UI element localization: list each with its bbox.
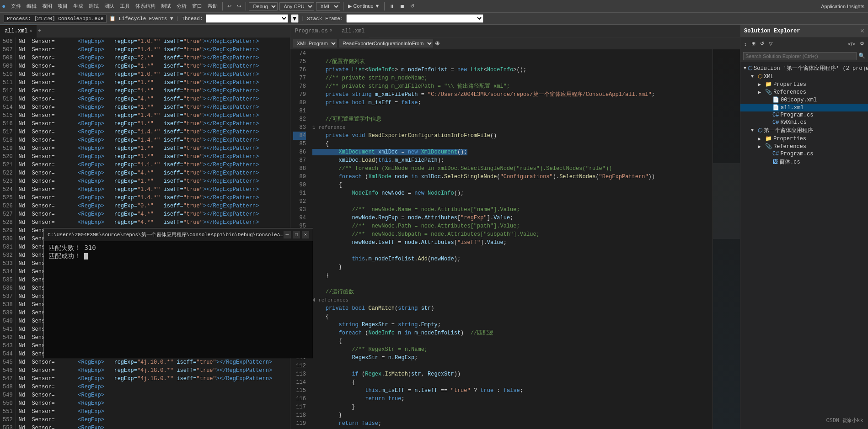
minimap-content xyxy=(713,49,740,429)
form-label: 窗体.cs xyxy=(779,158,800,166)
sol-code-btn[interactable]: </> xyxy=(846,40,857,48)
sol-filter-btn[interactable]: ▽ xyxy=(767,40,774,48)
expand-icon-solution: ▼ xyxy=(744,66,746,71)
wf-props-icon: 📁 xyxy=(765,135,772,142)
tab-program-cs[interactable]: Program.cs × xyxy=(290,25,337,37)
sol-sync-btn[interactable]: ↕ xyxy=(742,40,749,48)
method-selector[interactable]: ReadExporterConfigurationInfoFrom xyxy=(339,39,433,48)
solution-explorer-header: Solution Explorer × xyxy=(740,25,868,37)
tree-winforms-references[interactable]: ▶ 📎 References xyxy=(740,143,868,150)
right-tab-bar: Program.cs × all.xml xyxy=(290,25,740,37)
001copy-icon: 📄 xyxy=(772,96,779,103)
tree-winforms-form[interactable]: 🖼 窗体.cs xyxy=(740,158,868,166)
console-output: 匹配失败！ 310 匹配成功！ xyxy=(44,241,313,358)
xml-props-label: Properties xyxy=(773,81,806,88)
tab-allxml-label: all.xml xyxy=(5,28,27,34)
xml-refs-icon: 📎 xyxy=(765,89,772,95)
tree-project-xml[interactable]: ▼ ⬡ XML xyxy=(740,73,868,80)
sol-settings-btn[interactable]: ⚙ xyxy=(858,40,866,48)
minimap xyxy=(713,49,740,429)
lifecycle-label: 📋 Lifecycle Events ▼ xyxy=(109,16,173,21)
sol-refresh-btn[interactable]: ↺ xyxy=(758,40,766,48)
main-area: all.xml × + 506507508509510 511512513514… xyxy=(0,25,868,429)
tree-winforms-properties[interactable]: ▶ 📁 Properties xyxy=(740,135,868,143)
console-cursor xyxy=(84,253,88,260)
tree-solution-root[interactable]: ▼ ⬡ Solution '第一个窗体应用程序' (2 projects) xyxy=(740,64,868,73)
code-content[interactable]: //配置存储列表 private List<NodeInfo> m_nodeIn… xyxy=(309,49,713,429)
tab-allxml-close[interactable]: × xyxy=(29,29,32,34)
tree-xml-properties[interactable]: ▶ 📁 Properties xyxy=(740,80,868,88)
menu-help[interactable]: 帮助 xyxy=(206,2,220,11)
stack-frame-selector[interactable] xyxy=(346,14,483,23)
debug-toolbar: Process: [21720] ConsoleApp1.exe 📋 Lifec… xyxy=(0,13,868,25)
toolbar-stop[interactable]: ⏹ xyxy=(398,3,407,10)
menu-tools[interactable]: 工具 xyxy=(118,2,132,11)
process-info: Process: [21720] ConsoleApp1.exe xyxy=(4,15,107,23)
menu-analyze[interactable]: 分析 xyxy=(175,2,188,11)
console-maximize-button[interactable]: □ xyxy=(293,231,300,238)
menu-build[interactable]: 生成 xyxy=(71,2,85,11)
menu-test[interactable]: 测试 xyxy=(159,2,173,11)
left-editor-panel: all.xml × + 506507508509510 511512513514… xyxy=(0,25,290,429)
tab-all-xml-right[interactable]: all.xml xyxy=(337,25,369,37)
tree-xml-001copy[interactable]: 📄 001copy.xml xyxy=(740,96,868,104)
menu-window[interactable]: 窗口 xyxy=(190,2,204,11)
menu-team[interactable]: 团队 xyxy=(102,2,116,11)
solution-root-label: Solution '第一个窗体应用程序' (2 projects) xyxy=(754,64,868,72)
tab-programcs-close[interactable]: × xyxy=(330,28,332,33)
rwxml-label: RWXml.cs xyxy=(780,119,807,126)
toolbar-redo[interactable]: ↪ xyxy=(235,2,243,10)
solution-toolbar: ↕ ⊞ ↺ ▽ </> ⚙ xyxy=(740,37,868,50)
xml-programcs-icon: C# xyxy=(772,112,779,118)
toolbar-sep1 xyxy=(222,2,223,11)
form-icon: 🖼 xyxy=(772,159,778,165)
sol-props-btn[interactable]: ⊞ xyxy=(750,40,757,48)
menu-edit[interactable]: 编辑 xyxy=(25,2,38,11)
main-toolbar: ● 文件 编辑 视图 项目 生成 调试 团队 工具 体系结构 测试 分析 窗口 … xyxy=(0,0,868,13)
menu-debug[interactable]: 调试 xyxy=(87,2,101,11)
console-minimize-button[interactable]: ─ xyxy=(284,231,291,238)
thread-selector[interactable] xyxy=(206,14,288,23)
xml-refs-label: References xyxy=(773,89,806,95)
tab-all-xml[interactable]: all.xml × xyxy=(0,25,37,37)
console-close-button[interactable]: × xyxy=(302,231,309,238)
menu-architecture[interactable]: 体系结构 xyxy=(134,2,157,11)
tree-xml-allxml[interactable]: 📄 all.xml xyxy=(740,104,868,111)
xml-project-icon: ⬡ xyxy=(758,73,762,80)
add-split-button[interactable]: ⊕ xyxy=(435,40,440,47)
toolbar-pause[interactable]: ⏸ xyxy=(387,3,396,10)
winforms-icon: ⬡ xyxy=(758,127,762,134)
add-tab-button[interactable]: + xyxy=(38,28,41,34)
cpu-selector[interactable]: Any CPU xyxy=(279,2,314,11)
tree-winforms-programcs[interactable]: C# Program.cs xyxy=(740,150,868,158)
solution-panel-close[interactable]: × xyxy=(860,27,864,35)
filter-button[interactable]: ▼ xyxy=(291,14,299,23)
tree-xml-programcs[interactable]: C# Program.cs xyxy=(740,111,868,119)
001copy-label: 001copy.xml xyxy=(781,97,817,103)
solution-search-area: 🔍 xyxy=(740,50,868,62)
continue-button[interactable]: ▶ Continue ▼ xyxy=(346,2,381,10)
tree-project-winforms[interactable]: ▼ ⬡ 第一个窗体应用程序 xyxy=(740,126,868,135)
debug-mode-selector[interactable]: Debug xyxy=(249,2,278,11)
left-tab-bar: all.xml × + xyxy=(0,25,290,37)
toolbar-sep3 xyxy=(343,2,343,11)
language-selector[interactable]: XML xyxy=(316,2,340,11)
menu-view[interactable]: 视图 xyxy=(40,2,54,11)
tree-xml-rwxml[interactable]: C# RWXml.cs xyxy=(740,119,868,126)
menu-file[interactable]: 文件 xyxy=(9,2,23,11)
code-editor-scroll[interactable]: 7475767778 7980818283 8485868788 8990919… xyxy=(290,49,740,429)
tree-xml-references[interactable]: ▶ 📎 References xyxy=(740,88,868,96)
expand-icon-winforms: ▼ xyxy=(751,128,756,133)
allxml-icon: 📄 xyxy=(772,104,779,111)
toolbar-restart[interactable]: ↺ xyxy=(408,2,416,10)
menu-project[interactable]: 项目 xyxy=(56,2,70,11)
console-fail-line: 匹配失败！ 310 xyxy=(48,244,308,252)
solution-search-input[interactable] xyxy=(743,52,857,60)
winforms-label: 第一个窗体应用程序 xyxy=(764,127,813,134)
expand-icon-wf-refs: ▶ xyxy=(758,144,764,149)
class-selector[interactable]: XML.Program xyxy=(293,39,337,48)
toolbar-undo[interactable]: ↩ xyxy=(225,2,233,10)
stack-frame-label: Stack Frame: xyxy=(307,16,343,21)
application-insights-button[interactable]: Application Insights xyxy=(819,3,866,10)
app-logo: ● xyxy=(2,3,5,10)
